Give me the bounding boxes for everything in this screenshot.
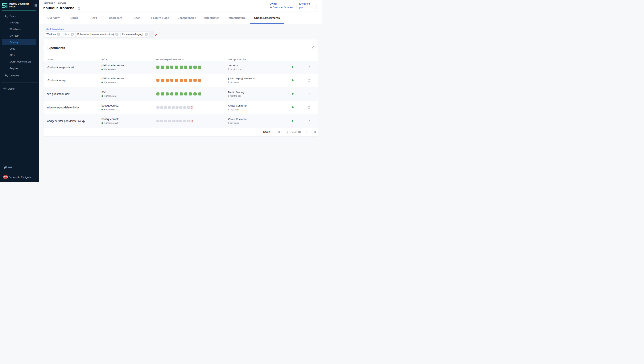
svg-text:?: ? — [5, 167, 5, 168]
